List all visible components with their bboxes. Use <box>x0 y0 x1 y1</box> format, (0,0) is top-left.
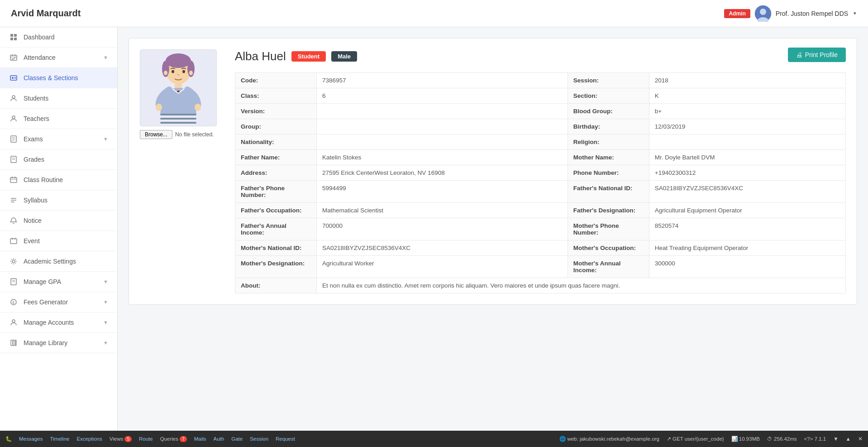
phone-label: Phone Number: <box>568 165 649 181</box>
debug-mails[interactable]: Mails <box>194 436 206 442</box>
sidebar-item-students[interactable]: Students <box>0 88 117 109</box>
grades-icon <box>9 155 18 164</box>
svg-rect-32 <box>10 239 17 244</box>
gender-badge: Male <box>331 51 357 62</box>
svg-point-55 <box>156 104 162 111</box>
debug-get: ↗ GET user/{user_code} <box>667 436 724 442</box>
version-value <box>317 104 568 119</box>
student-name: Alba Huel <box>235 49 286 63</box>
debug-close-icon[interactable]: ✕ <box>858 436 863 442</box>
group-label: Group: <box>235 119 317 135</box>
user-dropdown-arrow[interactable]: ▼ <box>853 11 857 16</box>
sidebar-item-syllabus[interactable]: Syllabus <box>0 190 117 211</box>
sidebar-item-label: Syllabus <box>24 197 108 204</box>
debug-auth[interactable]: Auth <box>214 436 224 442</box>
sidebar-item-attendance[interactable]: Attendance ▼ <box>0 48 117 68</box>
browse-button[interactable]: Browse... <box>140 130 172 139</box>
about-label: About: <box>235 278 317 293</box>
debug-memory: 📊 10.93MB <box>731 436 760 442</box>
debug-messages[interactable]: Messages <box>19 436 43 442</box>
debug-route[interactable]: Route <box>139 436 153 442</box>
blood-group-label: Blood Group: <box>568 104 649 119</box>
print-btn-label: Print Profile <box>805 51 838 58</box>
navbar: Arvid Marquardt Admin Prof. Juston Rempe… <box>0 0 868 27</box>
manage-gpa-icon <box>9 277 18 286</box>
sidebar-item-teachers[interactable]: Teachers <box>0 109 117 129</box>
classes-icon <box>9 73 18 82</box>
svg-rect-3 <box>10 34 13 37</box>
table-row: Father's Phone Number: 5994499 Father's … <box>235 181 846 203</box>
sidebar-item-manage-gpa[interactable]: Manage GPA ▼ <box>0 272 117 292</box>
father-designation-value: Agricultural Equipment Operator <box>649 203 845 218</box>
table-row: Address: 27595 Erick CenterWest Leoraton… <box>235 165 846 181</box>
svg-rect-6 <box>14 38 17 40</box>
students-icon <box>9 94 18 103</box>
print-profile-button[interactable]: 🖨 Print Profile <box>788 48 846 62</box>
phone-value: +19402300312 <box>649 165 845 181</box>
student-avatar-illustration <box>149 52 208 124</box>
attendance-icon <box>9 53 18 62</box>
academic-settings-icon <box>9 257 18 266</box>
user-name[interactable]: Prof. Juston Rempel DDS <box>776 10 848 17</box>
profile-photo-area: Browse... No file selected. <box>140 49 221 293</box>
chevron-down-icon: ▼ <box>103 279 108 284</box>
class-value: 6 <box>317 88 568 104</box>
svg-point-50 <box>182 70 185 73</box>
sidebar-item-dashboard[interactable]: Dashboard <box>0 27 117 48</box>
nationality-value <box>317 135 568 150</box>
main-layout: Dashboard Attendance ▼ Classes & Section… <box>0 27 868 431</box>
debug-php: <?> 7.1.1 <box>804 436 826 442</box>
debug-exceptions[interactable]: Exceptions <box>76 436 102 442</box>
sidebar-item-fees-generator[interactable]: $ Fees Generator ▼ <box>0 292 117 312</box>
debug-icon: 🐛 <box>5 436 12 442</box>
chevron-down-icon: ▼ <box>103 299 108 305</box>
profile-header: Alba Huel Student Male <box>235 49 846 63</box>
table-row: Nationality: Religion: <box>235 135 846 150</box>
svg-rect-59 <box>160 122 196 124</box>
debug-collapse-icon[interactable]: ▼ <box>833 436 838 442</box>
birthday-value: 12/03/2019 <box>649 119 845 135</box>
debug-time: ⏱ 256.42ms <box>767 436 797 442</box>
debug-up-icon[interactable]: ▲ <box>846 436 851 442</box>
table-row: Version: Blood Group: b+ <box>235 104 846 119</box>
sidebar-item-class-routine[interactable]: Class Routine <box>0 170 117 190</box>
svg-rect-44 <box>15 340 16 346</box>
father-national-id-value: SA0218IBYZVZJSEC8536V4XC <box>649 181 845 203</box>
nationality-label: Nationality: <box>235 135 317 150</box>
sidebar-item-grades[interactable]: Grades <box>0 149 117 170</box>
debug-queries[interactable]: Queries 7 <box>160 436 187 442</box>
debug-session[interactable]: Session <box>250 436 268 442</box>
sidebar-item-notice[interactable]: Notice <box>0 211 117 231</box>
mother-name-value: Mr. Doyle Bartell DVM <box>649 150 845 165</box>
sidebar-item-label: Manage Accounts <box>24 319 98 326</box>
sidebar-item-academic-settings[interactable]: Academic Settings <box>0 251 117 272</box>
sidebar-item-event[interactable]: Event <box>0 231 117 251</box>
debug-views[interactable]: Views 5 <box>110 436 132 442</box>
student-badge: Student <box>291 51 326 62</box>
sidebar-item-label: Manage GPA <box>24 278 98 285</box>
sidebar-item-label: Academic Settings <box>24 258 108 265</box>
notice-icon <box>9 216 18 225</box>
event-icon <box>9 236 18 245</box>
chevron-down-icon: ▼ <box>103 55 108 60</box>
code-label: Code: <box>235 73 317 88</box>
debug-bar: 🐛 Messages Timeline Exceptions Views 5 R… <box>0 431 868 447</box>
mother-income-value: 300000 <box>649 256 845 278</box>
sidebar-item-manage-library[interactable]: Manage Library ▼ <box>0 333 117 353</box>
exams-icon <box>9 135 18 144</box>
table-row: Father's Annual Income: 700000 Mother's … <box>235 218 846 240</box>
teachers-icon <box>9 114 18 123</box>
section-value: K <box>649 88 845 104</box>
sidebar-item-manage-accounts[interactable]: Manage Accounts ▼ <box>0 312 117 333</box>
class-routine-icon <box>9 175 18 184</box>
sidebar-item-exams[interactable]: Exams ▼ <box>0 129 117 149</box>
birthday-label: Birthday: <box>568 119 649 135</box>
debug-request[interactable]: Request <box>276 436 295 442</box>
file-input-row: Browse... No file selected. <box>140 130 221 139</box>
sidebar-item-classes-sections[interactable]: Classes & Sections <box>0 68 117 88</box>
sidebar-item-label: Manage Library <box>24 339 98 346</box>
debug-gate[interactable]: Gate <box>231 436 243 442</box>
debug-timeline[interactable]: Timeline <box>50 436 69 442</box>
svg-rect-57 <box>160 114 196 115</box>
svg-rect-7 <box>10 55 17 60</box>
